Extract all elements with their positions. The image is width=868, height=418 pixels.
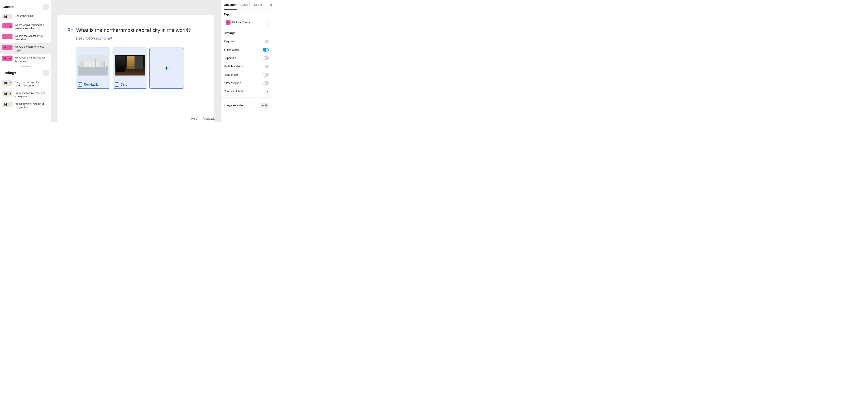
choice-b[interactable]: B Oslo xyxy=(113,47,147,89)
toggle-show-labels[interactable] xyxy=(262,48,269,52)
sidebar-item-ending-a[interactable]: A Okay, that was pretty hard......ograph… xyxy=(0,78,51,89)
sidebar-item-label: Okay, that was pretty hard......ographer… xyxy=(14,80,49,88)
choice-a[interactable]: A Reykjavik xyxy=(76,47,110,89)
type-heading: Type xyxy=(224,13,269,16)
add-ending-button[interactable] xyxy=(43,70,49,76)
feedback-link[interactable]: Feedback xyxy=(203,117,215,120)
plus-icon xyxy=(164,66,169,70)
type-value-label: Picture Choice xyxy=(232,21,250,24)
settings-panel: Question Design Logic Type Picture Choic… xyxy=(220,0,272,122)
sidebar-item-label: What is the northernmost capital... xyxy=(14,44,49,52)
question-card: 3 What is the northernmost capital city … xyxy=(58,15,214,122)
editor-canvas: 3 What is the northernmost capital city … xyxy=(51,0,220,122)
image-video-heading: Image or video xyxy=(224,104,245,107)
choice-key: A xyxy=(78,83,82,87)
question-type-select[interactable]: Picture Choice xyxy=(224,19,269,26)
svg-point-2 xyxy=(4,46,5,47)
sidebar-item-label: Geography Quiz xyxy=(14,14,33,18)
tab-design[interactable]: Design xyxy=(241,3,250,9)
tab-question[interactable]: Question xyxy=(224,3,237,9)
setting-required-label: Required xyxy=(224,40,235,43)
toggle-randomize[interactable] xyxy=(262,73,269,76)
chevron-down-icon xyxy=(266,90,269,93)
choice-image-placeholder xyxy=(78,55,108,75)
svg-point-4 xyxy=(227,22,228,22)
sidebar-item-label: What is the capital city of Australia? xyxy=(14,34,49,41)
picture-choice-icon xyxy=(226,20,230,25)
sidebar-item-ending-c[interactable]: C Amazing work! You got all t...ographer… xyxy=(0,100,51,111)
add-content-button[interactable] xyxy=(43,4,49,10)
sidebar-item-ending-b[interactable]: B Pretty impressive! You got x...Explore… xyxy=(0,89,51,100)
question-description-input[interactable]: Description (optional) xyxy=(76,36,204,41)
ending-screen-icon: A xyxy=(2,80,12,86)
sidebar-item-q3[interactable]: 3 What is the northernmost capital... xyxy=(0,43,51,54)
setting-supersize-label: Supersize xyxy=(224,57,236,60)
add-image-video-button[interactable]: Add xyxy=(260,103,269,108)
content-heading: Content xyxy=(2,5,16,9)
welcome-screen-icon xyxy=(2,14,12,20)
arrow-right-icon xyxy=(71,28,74,31)
picture-choice-icon: 2 xyxy=(2,34,12,39)
toggle-other-option[interactable] xyxy=(262,82,269,85)
setting-randomize-label: Randomize xyxy=(224,73,238,76)
setting-multiple-label: Multiple selection xyxy=(224,65,245,68)
picture-choice-icon: 4 xyxy=(2,56,12,61)
sidebar-content: Content Geography Quiz 1 Where would you… xyxy=(0,0,51,122)
ending-screen-icon: C xyxy=(2,102,12,107)
sidebar-item-intro[interactable]: Geography Quiz xyxy=(0,12,51,21)
help-link[interactable]: Help? xyxy=(191,117,198,120)
question-number: 3 xyxy=(68,27,74,32)
toggle-required[interactable] xyxy=(262,40,269,43)
sidebar-item-q4[interactable]: 4 What country is Bucharest the capital.… xyxy=(0,54,51,65)
picture-choice-icon: 3 xyxy=(2,44,12,50)
ending-screen-icon: B xyxy=(2,91,12,97)
sidebar-item-q2[interactable]: 2 What is the capital city of Australia? xyxy=(0,32,51,43)
chevron-down-icon xyxy=(265,21,267,24)
sidebar-item-label: Amazing work! You got all t...ographer. xyxy=(14,102,49,109)
choices-alt-text-expand[interactable]: Choices alt text xyxy=(224,87,269,95)
toggle-supersize[interactable] xyxy=(262,56,269,60)
choice-label-text[interactable]: Reykjavik xyxy=(84,83,98,87)
toggle-multiple-selection[interactable] xyxy=(262,65,269,68)
picture-choice-icon: 1 xyxy=(2,23,12,29)
sidebar-item-label: Pretty impressive! You got x...Explorer. xyxy=(14,91,49,98)
question-title-input[interactable]: What is the northernmost capital city in… xyxy=(76,27,191,33)
choice-key: B xyxy=(115,83,119,87)
settings-gear-button[interactable] xyxy=(270,3,272,9)
tab-logic[interactable]: Logic xyxy=(254,3,262,9)
settings-heading: Settings xyxy=(224,31,269,35)
sidebar-item-label: What country is Bucharest the capital... xyxy=(14,56,49,63)
setting-other-label: "Other" option xyxy=(224,82,241,85)
sidebar-item-q1[interactable]: 1 Where would you find the Mariana Trenc… xyxy=(0,21,51,32)
sidebar-item-label: Where would you find the Mariana Trench? xyxy=(14,23,49,30)
svg-point-0 xyxy=(4,25,5,25)
svg-point-1 xyxy=(4,36,5,36)
setting-show-labels-label: Show labels xyxy=(224,48,239,52)
choice-image-placeholder xyxy=(115,55,145,75)
choice-label-text[interactable]: Oslo xyxy=(121,83,127,87)
svg-point-3 xyxy=(4,58,5,58)
gear-icon xyxy=(270,3,272,7)
add-choice-button[interactable] xyxy=(150,47,184,89)
endings-heading: Endings xyxy=(2,71,16,75)
